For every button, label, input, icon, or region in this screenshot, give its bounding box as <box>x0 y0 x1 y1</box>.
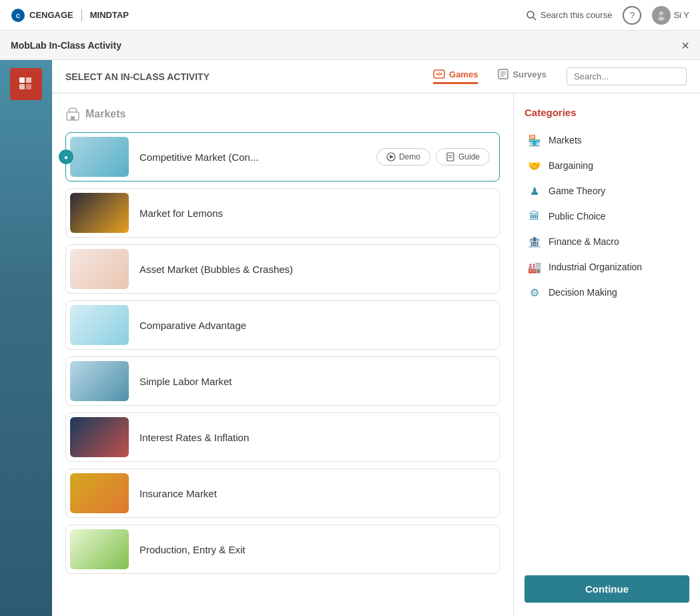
game-card-insurance[interactable]: Insurance Market <box>65 469 500 518</box>
user-label: Si Y <box>673 10 689 20</box>
cat-icon-finance-macro: 🏦 <box>527 234 542 249</box>
moblab-logo-icon <box>17 75 35 93</box>
cat-icon-industrial-org: 🏭 <box>527 260 542 274</box>
top-nav-right: Search this course ? Si Y <box>526 6 689 25</box>
user-icon <box>656 10 667 21</box>
game-title-labor: Simple Labor Market <box>139 376 490 387</box>
category-item-public-choice[interactable]: 🏛 Public Choice <box>524 204 689 229</box>
game-card-labor[interactable]: Simple Labor Market <box>65 356 500 406</box>
game-card-comparative[interactable]: Comparative Advantage <box>65 300 500 350</box>
cat-label-public-choice: Public Choice <box>549 211 606 222</box>
game-title-interest: Interest Rates & Inflation <box>139 432 490 443</box>
cengage-text: CENGAGE <box>29 10 73 20</box>
modal-close-button[interactable]: × <box>681 39 689 52</box>
game-thumb-competitive <box>70 137 129 177</box>
inner-content: Markets ● Competitive Market (Con... Dem… <box>52 93 700 616</box>
cengage-icon: C <box>11 8 25 23</box>
tab-games[interactable]: Games <box>433 69 478 84</box>
help-icon: ? <box>629 10 635 21</box>
brand-divider <box>81 9 82 21</box>
cat-icon-game-theory: ♟ <box>527 184 542 198</box>
game-thumb-interest <box>70 417 129 457</box>
game-thumb-asset <box>70 249 129 289</box>
selected-indicator: ● <box>59 149 73 164</box>
search-course-btn[interactable]: Search this course <box>526 10 613 21</box>
games-list: Markets ● Competitive Market (Con... Dem… <box>52 93 513 616</box>
markets-section-header: Markets <box>65 107 500 121</box>
game-title-production: Production, Entry & Exit <box>139 544 490 555</box>
continue-button[interactable]: Continue <box>524 575 689 603</box>
game-card-competitive[interactable]: ● Competitive Market (Con... Demo <box>65 132 500 182</box>
surveys-tab-icon <box>498 69 508 79</box>
demo-button-competitive[interactable]: Demo <box>376 148 430 166</box>
game-card-production[interactable]: Production, Entry & Exit <box>65 525 500 574</box>
content-area: SELECT AN IN-CLASS ACTIVITY Games <box>52 60 700 616</box>
category-item-industrial-org[interactable]: 🏭 Industrial Organization <box>524 254 689 280</box>
svg-rect-9 <box>26 84 31 89</box>
games-container: ● Competitive Market (Con... Demo <box>65 132 500 574</box>
svg-rect-6 <box>19 77 25 83</box>
cat-label-finance-macro: Finance & Macro <box>549 236 619 247</box>
mindtap-text: MINDTAP <box>90 10 129 20</box>
card-actions: Demo Guide <box>376 148 490 166</box>
game-title-asset: Asset Market (Bubbles & Crashes) <box>139 264 490 275</box>
category-item-bargaining[interactable]: 🤝 Bargaining <box>524 153 689 178</box>
game-card-lemons[interactable]: Market for Lemons <box>65 188 500 238</box>
continue-btn-area: Continue <box>524 565 689 603</box>
game-title-comparative: Comparative Advantage <box>139 320 490 331</box>
cat-icon-markets: 🏪 <box>527 133 542 147</box>
modal-title: MobLab In-Class Activity <box>11 40 121 51</box>
svg-marker-21 <box>390 155 394 159</box>
help-button[interactable]: ? <box>623 6 641 25</box>
guide-icon <box>446 152 455 162</box>
cat-icon-bargaining: 🤝 <box>527 158 542 173</box>
svg-rect-7 <box>26 77 31 83</box>
guide-button-competitive[interactable]: Guide <box>436 148 490 166</box>
modal-bar: MobLab In-Class Activity × <box>0 31 700 60</box>
svg-rect-8 <box>19 84 25 89</box>
category-item-markets[interactable]: 🏪 Markets <box>524 127 689 153</box>
game-thumb-production <box>70 529 129 569</box>
game-card-interest[interactable]: Interest Rates & Inflation <box>65 412 500 462</box>
brand-area: C CENGAGE MINDTAP <box>11 8 129 23</box>
cat-label-game-theory: Game Theory <box>549 186 605 196</box>
search-course-label: Search this course <box>541 10 613 20</box>
main-layout: SELECT AN IN-CLASS ACTIVITY Games <box>0 60 700 616</box>
surveys-tab-label: Surveys <box>512 69 547 79</box>
select-activity-label: SELECT AN IN-CLASS ACTIVITY <box>65 71 210 82</box>
game-thumb-labor <box>70 361 129 401</box>
demo-icon <box>386 152 396 162</box>
cengage-logo: C CENGAGE <box>11 8 73 23</box>
cat-label-decision-making: Decision Making <box>549 287 617 298</box>
cat-label-industrial-org: Industrial Organization <box>549 262 642 272</box>
game-thumb-comparative <box>70 305 129 345</box>
markets-section-label: Markets <box>85 108 125 120</box>
search-input[interactable] <box>567 67 687 85</box>
category-item-finance-macro[interactable]: 🏦 Finance & Macro <box>524 229 689 254</box>
svg-point-2 <box>527 11 534 18</box>
cat-label-bargaining: Bargaining <box>549 160 593 171</box>
markets-section-icon <box>65 107 80 121</box>
games-tab-icon <box>433 69 445 79</box>
search-container <box>567 67 687 85</box>
tab-bar: SELECT AN IN-CLASS ACTIVITY Games <box>52 60 700 93</box>
top-nav: C CENGAGE MINDTAP Search this course ? <box>0 0 700 31</box>
game-title-insurance: Insurance Market <box>139 488 490 499</box>
user-menu-button[interactable]: Si Y <box>652 6 689 25</box>
search-nav-icon <box>526 10 537 21</box>
game-title-lemons: Market for Lemons <box>139 208 490 219</box>
tab-surveys[interactable]: Surveys <box>498 69 547 84</box>
svg-rect-22 <box>447 153 454 161</box>
svg-point-12 <box>440 73 442 75</box>
svg-point-5 <box>658 17 665 21</box>
right-panel: Categories 🏪 Markets 🤝 Bargaining ♟ Game… <box>513 93 700 616</box>
game-card-asset[interactable]: Asset Market (Bubbles & Crashes) <box>65 244 500 294</box>
moblab-brand-icon <box>10 68 42 100</box>
game-thumb-insurance <box>70 473 129 513</box>
user-avatar <box>652 6 671 25</box>
svg-point-4 <box>659 11 663 15</box>
category-item-game-theory[interactable]: ♟ Game Theory <box>524 178 689 204</box>
svg-point-11 <box>436 73 438 75</box>
categories-list: 🏪 Markets 🤝 Bargaining ♟ Game Theory 🏛 P… <box>524 127 689 305</box>
category-item-decision-making[interactable]: ⚙ Decision Making <box>524 280 689 305</box>
